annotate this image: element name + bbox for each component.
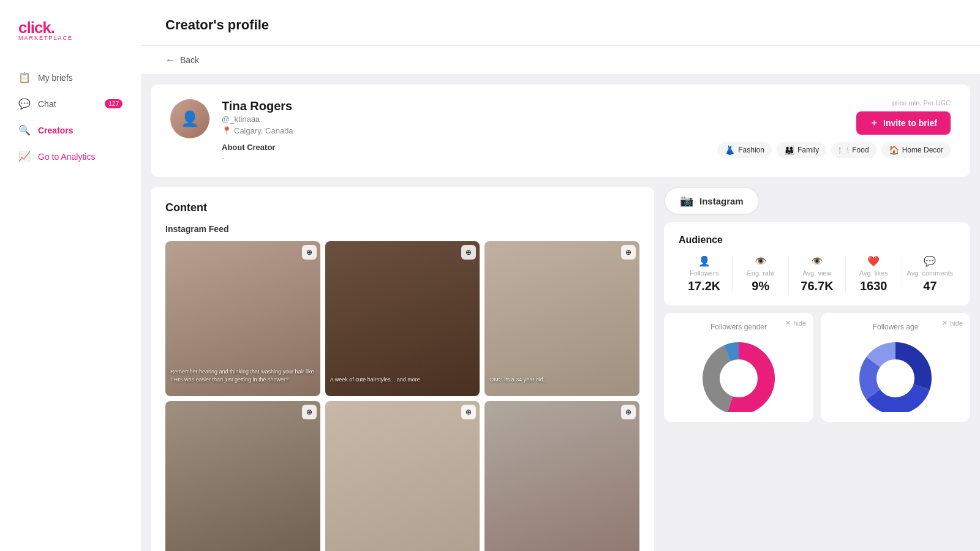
gender-donut-chart (674, 339, 804, 412)
sidebar-item-analytics[interactable]: 📈 Go to Analytics (10, 144, 131, 168)
page-title: Creator's profile (165, 17, 956, 33)
sidebar-nav: 📋 My briefs 💬 Chat 127 🔍 Creators 📈 Go t… (0, 66, 141, 168)
creators-icon: 🔍 (18, 124, 31, 136)
stat-eng-rate: 👁️ Eng. rate 9% (735, 255, 786, 293)
stat-avg-view: 👁️ Avg. view 76.7K (791, 255, 842, 293)
fashion-icon: 👗 (725, 145, 735, 155)
creator-name: Tina Rogers (222, 99, 705, 113)
stat-value: 76.7K (801, 279, 833, 293)
feed-title: Instagram Feed (165, 224, 639, 234)
save-icon[interactable]: ⊕ (461, 245, 476, 260)
hide-gender-button[interactable]: ✕ hide (785, 319, 806, 327)
stat-value: 47 (923, 279, 937, 293)
content-panel: Content Instagram Feed Remember hearing … (151, 187, 654, 551)
stat-label: Avg. view (803, 269, 832, 277)
close-icon: ✕ (942, 319, 948, 327)
feed-item[interactable]: Remember hearing and thinking that washi… (165, 241, 320, 396)
feed-item-text: OMG its a 34 year old... (489, 376, 635, 384)
invite-label: Invite to brief (883, 118, 937, 128)
family-icon: 👨‍👩‍👧 (784, 145, 794, 155)
hide-age-button[interactable]: ✕ hide (942, 319, 963, 327)
save-icon[interactable]: ⊕ (621, 245, 636, 260)
feed-item[interactable]: OMG its a 34 year old... ⊕ (484, 241, 639, 396)
stat-label: Avg. comments (907, 269, 954, 277)
charts-row: ✕ hide Followers gender (664, 313, 970, 422)
stat-avg-comments: 💬 Avg. comments 47 (905, 255, 956, 293)
save-icon[interactable]: ⊕ (621, 405, 636, 419)
tag-fashion: 👗 Fashion (717, 142, 772, 158)
gender-chart-card: ✕ hide Followers gender (664, 313, 813, 422)
instagram-feed-grid: Remember hearing and thinking that washi… (165, 241, 639, 551)
back-row: ← Back (141, 46, 980, 75)
tag-label: Family (797, 146, 819, 154)
save-icon[interactable]: ⊕ (461, 405, 476, 419)
feed-item[interactable]: ⊕ (484, 401, 639, 551)
chat-badge: 127 (105, 99, 123, 108)
stat-label: Followers (690, 269, 718, 277)
age-donut-chart (831, 339, 960, 412)
avg-view-icon: 👁️ (811, 255, 823, 267)
creator-location: 📍 Calgary, Canada (222, 126, 705, 135)
page-header: Creator's profile (141, 0, 980, 46)
price-label: price min. Per UGC (892, 99, 951, 107)
tag-label: Home Decor (902, 146, 943, 154)
avg-comments-icon: 💬 (924, 255, 936, 267)
platform-label: Instagram (699, 196, 744, 206)
tag-label: Food (852, 146, 869, 154)
age-chart-title: Followers age (831, 323, 960, 331)
main-content: Creator's profile ← Back 👤 Tina Rogers @… (141, 0, 980, 551)
stat-avg-likes: ❤️ Avg. likes 1630 (848, 255, 899, 293)
followers-icon: 👤 (698, 255, 710, 267)
feed-item[interactable]: ⊕ (165, 401, 320, 551)
avatar: 👤 (170, 99, 209, 138)
invite-to-brief-button[interactable]: ＋ Invite to brief (856, 111, 951, 135)
close-icon: ✕ (785, 319, 791, 327)
feed-item[interactable]: ⊕ (325, 401, 480, 551)
sidebar-item-label: Creators (38, 126, 74, 135)
tag-family: 👨‍👩‍👧 Family (777, 142, 826, 158)
instagram-icon: 📷 (680, 194, 693, 208)
about-text: - (222, 153, 705, 162)
stat-value: 9% (752, 279, 769, 293)
creator-handle: @_ktinaaa (222, 114, 705, 124)
chat-icon: 💬 (18, 98, 31, 110)
sidebar-item-creators[interactable]: 🔍 Creators (10, 118, 131, 142)
analytics-icon: 📈 (18, 151, 31, 162)
tag-home-decor: 🏠 Home Decor (881, 142, 951, 158)
logo-sub: MARKETPLACE (18, 35, 123, 41)
gender-chart-title: Followers gender (674, 323, 804, 331)
profile-info: Tina Rogers @_ktinaaa 📍 Calgary, Canada … (222, 99, 705, 162)
sidebar: click. MARKETPLACE 📋 My briefs 💬 Chat 12… (0, 0, 141, 551)
sidebar-item-my-briefs[interactable]: 📋 My briefs (10, 66, 131, 89)
avg-likes-icon: ❤️ (867, 255, 880, 267)
tag-label: Fashion (738, 146, 764, 154)
stat-value: 17.2K (688, 279, 720, 293)
instagram-platform-button[interactable]: 📷 Instagram (664, 187, 760, 215)
content-body: Content Instagram Feed Remember hearing … (151, 187, 970, 551)
hide-label: hide (793, 320, 806, 327)
feed-item-text: A week of cute hairstyles... and more (330, 376, 475, 384)
location-pin-icon: 📍 (222, 126, 232, 135)
plus-icon: ＋ (870, 118, 878, 129)
hide-label: hide (950, 320, 963, 327)
content-section-title: Content (165, 201, 639, 214)
audience-card: Audience 👤 Followers 17.2K 👁️ Eng. rate … (664, 222, 970, 305)
back-label: Back (180, 55, 199, 65)
profile-section: 👤 Tina Rogers @_ktinaaa 📍 Calgary, Canad… (151, 84, 970, 177)
stat-value: 1630 (860, 279, 888, 293)
save-icon[interactable]: ⊕ (302, 245, 317, 260)
sidebar-item-label: Chat (38, 99, 56, 109)
briefs-icon: 📋 (18, 72, 31, 83)
analytics-panel: 📷 Instagram Audience 👤 Followers 17.2K 👁… (664, 187, 970, 551)
save-icon[interactable]: ⊕ (302, 405, 317, 419)
sidebar-item-label: Go to Analytics (38, 152, 95, 162)
feed-item-text: Remember hearing and thinking that washi… (170, 368, 315, 383)
home-decor-icon: 🏠 (889, 145, 899, 155)
stat-label: Avg. likes (859, 269, 888, 277)
back-arrow-icon: ← (165, 54, 175, 66)
about-label: About Creator (222, 143, 705, 152)
sidebar-item-chat[interactable]: 💬 Chat 127 (10, 92, 131, 116)
creator-tags: 👗 Fashion 👨‍👩‍👧 Family 🍽️ Food 🏠 Home De… (717, 142, 951, 158)
back-button[interactable]: ← Back (165, 54, 199, 66)
feed-item[interactable]: A week of cute hairstyles... and more ⊕ (325, 241, 480, 396)
